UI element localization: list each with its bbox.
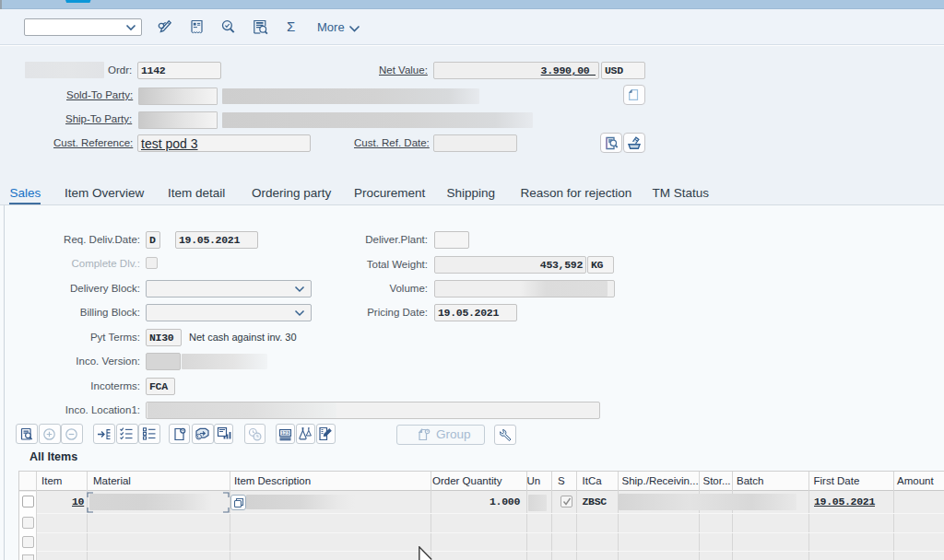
svg-text:123: 123: [281, 430, 289, 436]
